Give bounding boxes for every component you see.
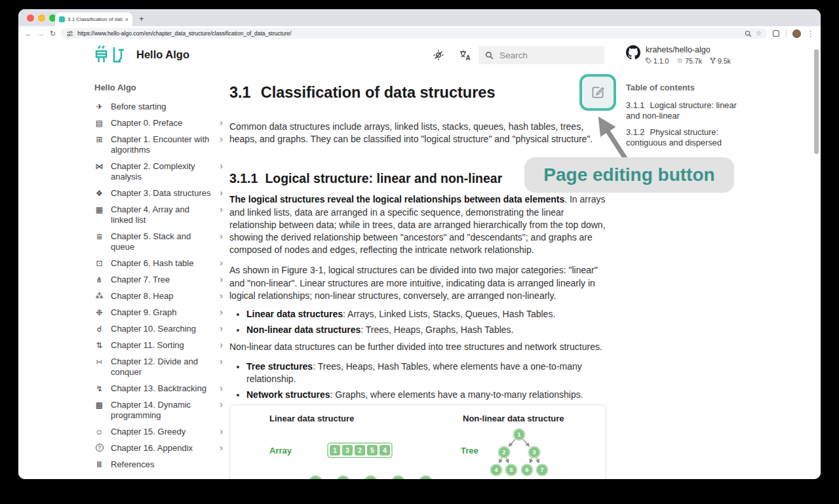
chevron-right-icon[interactable]: ›	[220, 231, 225, 241]
fork-icon	[710, 57, 716, 64]
sidebar-item-label: Chapter 10. Searching	[111, 324, 213, 334]
toc-item-3-1-2[interactable]: 3.1.2Physical structure: contiguous and …	[626, 127, 751, 148]
site-header: Hello Algo A	[18, 41, 821, 69]
zoom-icon[interactable]	[745, 30, 752, 37]
chevron-right-icon[interactable]: ›	[220, 340, 225, 350]
array-cell: 3	[342, 445, 353, 456]
chevron-right-icon[interactable]: ›	[220, 118, 225, 128]
linked-list-node	[419, 475, 433, 479]
figure-linear-title: Linear data structure	[269, 414, 354, 423]
tree-icon: ⋔	[94, 275, 104, 285]
tree-label: Tree	[461, 446, 478, 456]
back-icon[interactable]: ←	[25, 30, 32, 37]
sidebar-item-label: Chapter 6. Hash table	[111, 258, 213, 269]
calc-grid-icon: ⊞	[94, 134, 104, 145]
address-bar[interactable]: https://www.hello-algo.com/en/chapter_da…	[61, 28, 767, 39]
chevron-right-icon[interactable]: ›	[220, 258, 225, 268]
chevron-right-icon[interactable]: ›	[220, 400, 225, 410]
divide-icon: ∺	[94, 357, 104, 367]
array-cell: 5	[367, 445, 378, 456]
chrome-actions: ⋮	[772, 29, 814, 38]
sidebar-item-chapter-14-dynamic-programming[interactable]: ▩Chapter 14. Dynamic programming›	[94, 397, 225, 424]
sidebar-item-chapter-12-divide-and-conquer[interactable]: ∺Chapter 12. Divide and conquer›	[94, 354, 225, 381]
reload-icon[interactable]: ↻	[50, 30, 56, 37]
chevron-right-icon[interactable]: ›	[220, 307, 225, 317]
minimize-window-button[interactable]	[38, 14, 45, 22]
chevron-right-icon[interactable]: ›	[220, 204, 225, 214]
browser-tab[interactable]: 3.1 Classification of data stru ×	[55, 12, 132, 26]
sidebar-item-chapter-5-stack-and-queue[interactable]: ≣Chapter 5. Stack and queue›	[94, 229, 225, 256]
svg-text:5: 5	[509, 466, 513, 473]
chevron-right-icon[interactable]: ›	[220, 383, 225, 393]
sidebar-item-chapter-7-tree[interactable]: ⋔Chapter 7. Tree›	[94, 272, 225, 288]
sidebar-item-chapter-2-complexity-analysis[interactable]: ⋈Chapter 2. Complexity analysis›	[94, 159, 225, 185]
page-edit-button[interactable]	[579, 74, 616, 111]
chevron-right-icon[interactable]: ›	[220, 188, 225, 198]
new-tab-button[interactable]: +	[139, 13, 144, 25]
sidebar-item-chapter-0-preface[interactable]: ▤Chapter 0. Preface›	[94, 115, 225, 132]
chevron-right-icon[interactable]: ›	[220, 134, 225, 144]
sidebar-item-references[interactable]: ⅢReferences	[94, 457, 225, 473]
chevron-right-icon[interactable]: ›	[220, 357, 225, 366]
array-label: Array	[269, 446, 292, 456]
chevron-right-icon[interactable]: ›	[220, 275, 225, 284]
sidebar-item-chapter-1-encounter-with-algorithms[interactable]: ⊞Chapter 1. Encounter with algorithms›	[94, 132, 225, 159]
sidebar-item-chapter-3-data-structures[interactable]: ❖Chapter 3. Data structures›	[94, 185, 225, 202]
bookmark-star-icon[interactable]: ☆	[756, 30, 762, 37]
extensions-icon[interactable]	[772, 29, 780, 37]
linked-list-node	[391, 475, 405, 479]
chevron-right-icon[interactable]: ›	[220, 161, 225, 171]
heap-icon: ⁂	[94, 291, 104, 301]
close-window-button[interactable]	[27, 14, 34, 22]
sidebar-item-label: Chapter 0. Preface	[111, 118, 213, 128]
chevron-right-icon[interactable]: ›	[220, 324, 225, 334]
stack-icon: ≣	[94, 231, 104, 242]
search-input[interactable]: Search	[478, 46, 604, 64]
browser-window: 3.1 Classification of data stru × + ← → …	[18, 9, 821, 479]
sidebar-item-label: Chapter 15. Greedy	[111, 427, 213, 437]
sidebar-item-chapter-9-graph[interactable]: ❉Chapter 9. Graph›	[94, 305, 225, 321]
sidebar-item-chapter-15-greedy[interactable]: ☺Chapter 15. Greedy›	[94, 424, 225, 440]
chevron-right-icon[interactable]: ›	[220, 443, 225, 453]
browser-tab-strip: 3.1 Classification of data stru × +	[18, 9, 821, 26]
table-of-contents: Table of contents 3.1.1Logical structure…	[626, 83, 751, 154]
svg-text:7: 7	[540, 466, 543, 473]
greedy-icon: ☺	[94, 427, 104, 437]
sidebar-item-chapter-8-heap[interactable]: ⁂Chapter 8. Heap›	[94, 288, 225, 305]
sidebar-item-chapter-11-sorting[interactable]: ⇅Chapter 11. Sorting›	[94, 338, 225, 354]
linear-structures-list: Linear data structures: Arrays, Linked L…	[229, 308, 606, 336]
hello-algo-logo[interactable]	[94, 45, 126, 64]
repo-forks: 9.5k	[710, 57, 731, 65]
close-tab-icon[interactable]: ×	[125, 16, 128, 23]
figure-reference-paragraph: As shown in Figure 3-1, logical structur…	[229, 264, 606, 302]
site-favicon	[59, 16, 65, 22]
sidebar-item-before-starting[interactable]: ✈Before starting	[94, 99, 225, 115]
repo-link[interactable]: krahets/hello-algo 1.1.0 ☆ 75.7k	[626, 45, 731, 65]
array-cell: 2	[355, 445, 365, 456]
page-scrollbar[interactable]	[814, 49, 819, 154]
browser-menu-icon[interactable]: ⋮	[807, 29, 814, 38]
sidebar-item-chapter-13-backtracking[interactable]: ↯Chapter 13. Backtracking›	[94, 381, 225, 397]
sidebar-item-label: Chapter 9. Graph	[111, 307, 213, 318]
array-cell: 4	[380, 445, 390, 456]
site-title[interactable]: Hello Algo	[136, 48, 189, 61]
profile-avatar[interactable]	[792, 29, 801, 38]
dp-icon: ▩	[94, 400, 104, 410]
list-item: Non-linear data structures: Trees, Heaps…	[246, 324, 606, 336]
theme-toggle-icon[interactable]	[433, 49, 444, 61]
sidebar-item-chapter-4-array-and-linked-list[interactable]: ▦Chapter 4. Array and linked list›	[94, 202, 225, 229]
toc-item-3-1-1[interactable]: 3.1.1Logical structure: linear and non-l…	[626, 100, 751, 121]
references-icon: Ⅲ	[94, 459, 104, 470]
browser-toolbar: ← → ↻ https://www.hello-algo.com/en/chap…	[18, 26, 821, 41]
svg-text:1: 1	[517, 431, 521, 438]
sidebar-item-chapter-10-searching[interactable]: ☌Chapter 10. Searching›	[94, 321, 225, 338]
chevron-right-icon[interactable]: ›	[220, 291, 225, 301]
translate-icon[interactable]: A	[459, 49, 471, 61]
array-diagram: 13254	[327, 442, 393, 458]
sidebar-item-chapter-6-hash-table[interactable]: ⊡Chapter 6. Hash table›	[94, 256, 225, 272]
sidebar-item-chapter-16-appendix[interactable]: ?Chapter 16. Appendix›	[94, 440, 225, 457]
forward-icon[interactable]: →	[37, 30, 45, 37]
chevron-right-icon[interactable]: ›	[220, 427, 225, 436]
tree-diagram: 1234567	[482, 425, 574, 479]
tune-icon[interactable]	[66, 30, 73, 37]
